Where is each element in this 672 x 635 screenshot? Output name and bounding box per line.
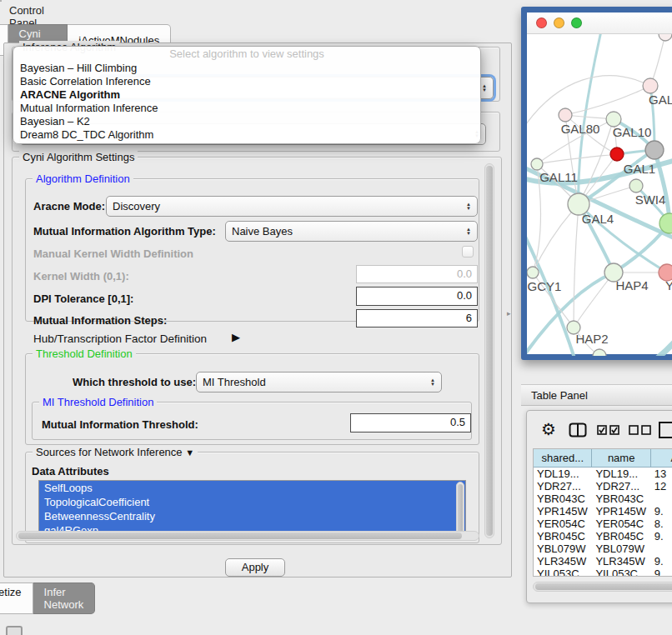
settings-horizontal-scrollbar[interactable]: [16, 531, 479, 541]
table-panel-title: Table Panel: [531, 389, 588, 402]
table-cell: YBR045C: [592, 530, 650, 542]
table-cell: YDR27...: [592, 480, 650, 492]
column-header-shared[interactable]: shared...: [534, 449, 592, 467]
combo-stepper-icon: ▲▼: [425, 378, 435, 387]
table-row[interactable]: YLR345WYLR345W9.: [534, 555, 672, 568]
table-cell: [651, 492, 672, 505]
kernel-width-field[interactable]: 0.0: [356, 265, 478, 283]
table-cell: YBL079W: [592, 542, 650, 555]
aracne-mode-combo[interactable]: Discovery ▲▼: [106, 196, 478, 217]
node-table: shared...nameA YDL19...YDL19...13YDR27..…: [533, 448, 672, 577]
popup-item-bayesian-k2[interactable]: Bayesian – K2: [13, 115, 480, 128]
table-row[interactable]: YBR043CYBR043C: [534, 492, 672, 505]
control-panel-window: Control Panel ✖ NetworkStyleSelectCyni T…: [0, 0, 2, 2]
dpi-tolerance-field[interactable]: 0.0: [356, 287, 478, 306]
column-header-a[interactable]: A: [651, 449, 672, 467]
popup-prompt: Select algorithm to view settings: [13, 47, 480, 62]
table-cell: YIL053C: [534, 568, 592, 577]
node-gal10-label: GAL10: [613, 125, 652, 139]
collapse-arrow-icon[interactable]: ▼: [185, 448, 194, 458]
popup-item-bayesian-hill-climbing[interactable]: Bayesian – Hill Climbing: [13, 62, 480, 75]
node-gal-right[interactable]: [643, 78, 658, 93]
table-header-row: shared...nameA: [534, 449, 672, 468]
apply-button[interactable]: Apply: [225, 558, 285, 577]
table-row[interactable]: YDR27...YDR27...12: [534, 480, 672, 492]
table-cell: YBR043C: [592, 492, 650, 505]
table-row[interactable]: YIL053CYIL053C9.: [534, 568, 672, 577]
column-header-name[interactable]: name: [592, 449, 650, 467]
split-columns-icon[interactable]: [569, 422, 587, 438]
node-gal11-label: GAL11: [539, 170, 578, 184]
panel-divider-arrow[interactable]: ▸: [507, 309, 511, 318]
network-canvas[interactable]: GALGAL80GAL10GAL11GAL1SWI4GAL4GCY1HAP4YH…: [527, 34, 672, 356]
table-row[interactable]: YER054CYER054C8.: [534, 518, 672, 530]
node-gray[interactable]: [645, 141, 664, 159]
attr-item-topologicalcoefficient[interactable]: TopologicalCoefficient: [39, 495, 465, 509]
node-gal11[interactable]: [531, 158, 543, 170]
aracne-mode-label: Aracne Mode:: [33, 200, 105, 212]
table-cell: YLR345W: [592, 555, 650, 568]
zoom-traffic-light[interactable]: [571, 18, 582, 28]
expand-arrow-icon[interactable]: ▶: [232, 331, 240, 343]
mi-threshold-field[interactable]: 0.5: [350, 413, 471, 432]
node-top-partial[interactable]: [659, 34, 672, 41]
popup-item-dream8-dc-tdc-algorithm[interactable]: Dream8 DC_TDC Algorithm: [13, 128, 480, 142]
table-cell: YPR145W: [592, 505, 650, 518]
mi-steps-field[interactable]: 6: [356, 309, 478, 328]
tab-label: Discretize Data: [0, 586, 22, 611]
table-cell: YER054C: [592, 518, 650, 530]
table-row[interactable]: YDL19...YDL19...13: [534, 468, 672, 480]
table-cell: YIL053C: [592, 568, 650, 577]
minimized-panel-icon[interactable]: [6, 626, 23, 635]
table-body: YDL19...YDL19...13YDR27...YDR27...12YBR0…: [534, 468, 672, 577]
algorithm-dropdown-popup: Select algorithm to view settings Bayesi…: [13, 46, 481, 144]
network-view-window: GALGAL80GAL10GAL11GAL1SWI4GAL4GCY1HAP4YH…: [521, 7, 672, 360]
table-cell: YDL19...: [592, 468, 650, 480]
node-gcy1[interactable]: [527, 267, 539, 278]
table-cell: 9.: [651, 555, 672, 568]
which-threshold-combo[interactable]: MI Threshold ▲▼: [196, 372, 442, 392]
table-horizontal-scrollbar[interactable]: [533, 582, 672, 592]
list-vertical-scrollbar[interactable]: [456, 482, 464, 538]
popup-item-mutual-information-inference[interactable]: Mutual Information Inference: [13, 102, 480, 115]
select-all-icon[interactable]: [597, 425, 620, 435]
cyni-algorithm-settings-title: Cyni Algorithm Settings: [19, 151, 138, 163]
attr-item-selfloops[interactable]: SelfLoops: [39, 481, 465, 495]
table-row[interactable]: YBL079WYBL079W: [534, 542, 672, 555]
manual-kernel-label: Manual Kernel Width Definition: [33, 248, 193, 260]
mi-threshold-label: Mutual Information Threshold:: [42, 418, 198, 431]
manual-kernel-checkbox[interactable]: [462, 246, 474, 258]
export-table-icon[interactable]: [658, 421, 672, 439]
table-cell: YLR345W: [534, 555, 592, 568]
deselect-all-icon[interactable]: [629, 425, 652, 435]
data-attributes-label: Data Attributes: [32, 465, 109, 478]
node-gal80[interactable]: [559, 108, 572, 122]
minimize-traffic-light[interactable]: [554, 18, 564, 28]
popup-item-basic-correlation-inference[interactable]: Basic Correlation Inference: [13, 75, 480, 88]
table-panel-window: ⚙ shared...nameA YDL19...YDL19...13YDR27…: [526, 410, 672, 603]
tab-discretize-data[interactable]: Discretize Data: [0, 582, 33, 614]
attr-item-betweennesscentrality[interactable]: BetweennessCentrality: [39, 509, 465, 523]
node-bottom-partial[interactable]: [593, 349, 606, 356]
table-row[interactable]: YBR045CYBR045C9.: [534, 530, 672, 542]
table-cell: YBR043C: [534, 492, 592, 505]
threshold-definition-title: Threshold Definition: [33, 348, 136, 360]
table-cell: YBL079W: [534, 542, 592, 555]
settings-vertical-scrollbar[interactable]: [484, 163, 494, 538]
table-cell: 12: [651, 480, 672, 492]
table-cell: 8.: [651, 518, 672, 530]
node-red[interactable]: [610, 148, 624, 161]
popup-item-aracne-algorithm[interactable]: ARACNE Algorithm: [13, 88, 480, 102]
algorithm-definition-title: Algorithm Definition: [33, 172, 133, 185]
close-traffic-light[interactable]: [536, 18, 547, 28]
node-gal1[interactable]: [629, 179, 643, 192]
mi-type-combo[interactable]: Naive Bayes ▲▼: [225, 221, 478, 242]
table-row[interactable]: YPR145WYPR145W9.: [534, 505, 672, 518]
popup-item-list: Bayesian – Hill ClimbingBasic Correlatio…: [13, 62, 480, 142]
gear-icon[interactable]: ⚙: [541, 418, 556, 440]
tab-infer-network[interactable]: Infer Network: [33, 582, 96, 614]
node-gal-right-label: GAL: [649, 92, 672, 107]
hub-definition-label: Hub/Transcription Factor Definition: [33, 332, 207, 345]
aracne-mode-value: Discovery: [113, 200, 160, 212]
table-cell: YBR045C: [534, 530, 592, 542]
